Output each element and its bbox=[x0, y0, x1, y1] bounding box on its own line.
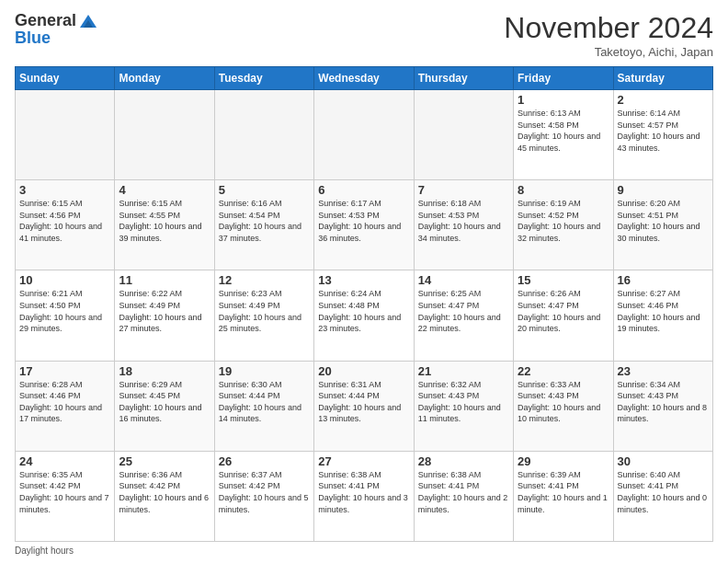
header: General Blue November 2024 Taketoyo, Aic… bbox=[15, 11, 713, 59]
logo-blue-text: Blue bbox=[15, 29, 51, 48]
calendar-cell: 30Sunrise: 6:40 AM Sunset: 4:41 PM Dayli… bbox=[613, 451, 712, 541]
day-info: Sunrise: 6:36 AM Sunset: 4:42 PM Dayligh… bbox=[119, 469, 210, 515]
calendar-cell: 5Sunrise: 6:16 AM Sunset: 4:54 PM Daylig… bbox=[214, 180, 313, 270]
day-info: Sunrise: 6:40 AM Sunset: 4:41 PM Dayligh… bbox=[618, 469, 709, 515]
day-info: Sunrise: 6:30 AM Sunset: 4:44 PM Dayligh… bbox=[219, 379, 310, 425]
calendar-cell: 20Sunrise: 6:31 AM Sunset: 4:44 PM Dayli… bbox=[314, 361, 414, 451]
calendar-cell: 19Sunrise: 6:30 AM Sunset: 4:44 PM Dayli… bbox=[214, 361, 313, 451]
day-info: Sunrise: 6:38 AM Sunset: 4:41 PM Dayligh… bbox=[318, 469, 409, 515]
day-number: 25 bbox=[119, 454, 210, 468]
day-number: 1 bbox=[518, 93, 609, 107]
day-info: Sunrise: 6:14 AM Sunset: 4:57 PM Dayligh… bbox=[618, 108, 709, 154]
day-info: Sunrise: 6:25 AM Sunset: 4:47 PM Dayligh… bbox=[418, 288, 509, 334]
day-number: 15 bbox=[518, 273, 609, 287]
day-number: 12 bbox=[219, 273, 310, 287]
col-tuesday: Tuesday bbox=[214, 67, 313, 90]
day-number: 22 bbox=[518, 364, 609, 378]
calendar-cell: 4Sunrise: 6:15 AM Sunset: 4:55 PM Daylig… bbox=[115, 180, 214, 270]
col-saturday: Saturday bbox=[613, 67, 712, 90]
day-info: Sunrise: 6:28 AM Sunset: 4:46 PM Dayligh… bbox=[19, 379, 110, 425]
day-number: 4 bbox=[119, 183, 210, 197]
calendar-cell: 17Sunrise: 6:28 AM Sunset: 4:46 PM Dayli… bbox=[16, 361, 115, 451]
logo-general-text: General bbox=[15, 12, 76, 30]
col-monday: Monday bbox=[115, 67, 214, 90]
day-number: 27 bbox=[318, 454, 409, 468]
day-info: Sunrise: 6:18 AM Sunset: 4:53 PM Dayligh… bbox=[418, 198, 509, 244]
day-number: 30 bbox=[618, 454, 709, 468]
day-number: 21 bbox=[418, 364, 509, 378]
footer: Daylight hours bbox=[15, 546, 713, 556]
calendar-cell: 27Sunrise: 6:38 AM Sunset: 4:41 PM Dayli… bbox=[314, 451, 414, 541]
day-info: Sunrise: 6:24 AM Sunset: 4:48 PM Dayligh… bbox=[318, 288, 409, 334]
calendar-cell: 8Sunrise: 6:19 AM Sunset: 4:52 PM Daylig… bbox=[514, 180, 613, 270]
day-info: Sunrise: 6:37 AM Sunset: 4:42 PM Dayligh… bbox=[219, 469, 310, 515]
col-thursday: Thursday bbox=[414, 67, 513, 90]
calendar-cell: 26Sunrise: 6:37 AM Sunset: 4:42 PM Dayli… bbox=[214, 451, 313, 541]
logo: General Blue bbox=[15, 11, 98, 48]
calendar-cell: 15Sunrise: 6:26 AM Sunset: 4:47 PM Dayli… bbox=[514, 270, 613, 361]
day-number: 9 bbox=[618, 183, 709, 197]
calendar-cell bbox=[314, 90, 414, 180]
day-number: 19 bbox=[219, 364, 310, 378]
day-number: 5 bbox=[219, 183, 310, 197]
calendar-cell bbox=[115, 90, 214, 180]
calendar-cell: 11Sunrise: 6:22 AM Sunset: 4:49 PM Dayli… bbox=[115, 270, 214, 361]
calendar-table: Sunday Monday Tuesday Wednesday Thursday… bbox=[15, 66, 713, 542]
day-number: 6 bbox=[318, 183, 409, 197]
calendar-cell: 6Sunrise: 6:17 AM Sunset: 4:53 PM Daylig… bbox=[314, 180, 414, 270]
calendar-header-row: Sunday Monday Tuesday Wednesday Thursday… bbox=[16, 67, 713, 90]
calendar-cell bbox=[16, 90, 115, 180]
day-info: Sunrise: 6:38 AM Sunset: 4:41 PM Dayligh… bbox=[418, 469, 509, 515]
location: Taketoyo, Aichi, Japan bbox=[504, 45, 713, 59]
day-number: 13 bbox=[318, 273, 409, 287]
day-number: 7 bbox=[418, 183, 509, 197]
day-info: Sunrise: 6:15 AM Sunset: 4:55 PM Dayligh… bbox=[119, 198, 210, 244]
calendar-cell: 23Sunrise: 6:34 AM Sunset: 4:43 PM Dayli… bbox=[613, 361, 712, 451]
calendar-cell: 18Sunrise: 6:29 AM Sunset: 4:45 PM Dayli… bbox=[115, 361, 214, 451]
calendar-cell: 1Sunrise: 6:13 AM Sunset: 4:58 PM Daylig… bbox=[514, 90, 613, 180]
day-number: 3 bbox=[19, 183, 110, 197]
calendar-cell: 25Sunrise: 6:36 AM Sunset: 4:42 PM Dayli… bbox=[115, 451, 214, 541]
col-friday: Friday bbox=[514, 67, 613, 90]
calendar-cell: 12Sunrise: 6:23 AM Sunset: 4:49 PM Dayli… bbox=[214, 270, 313, 361]
calendar-week-4: 17Sunrise: 6:28 AM Sunset: 4:46 PM Dayli… bbox=[16, 361, 713, 451]
calendar-cell bbox=[214, 90, 313, 180]
page: General Blue November 2024 Taketoyo, Aic… bbox=[0, 0, 728, 563]
day-number: 8 bbox=[518, 183, 609, 197]
calendar-cell: 21Sunrise: 6:32 AM Sunset: 4:43 PM Dayli… bbox=[414, 361, 513, 451]
day-number: 14 bbox=[418, 273, 509, 287]
day-info: Sunrise: 6:32 AM Sunset: 4:43 PM Dayligh… bbox=[418, 379, 509, 425]
calendar-cell: 28Sunrise: 6:38 AM Sunset: 4:41 PM Dayli… bbox=[414, 451, 513, 541]
calendar-week-1: 1Sunrise: 6:13 AM Sunset: 4:58 PM Daylig… bbox=[16, 90, 713, 180]
calendar-cell: 10Sunrise: 6:21 AM Sunset: 4:50 PM Dayli… bbox=[16, 270, 115, 361]
calendar-cell: 22Sunrise: 6:33 AM Sunset: 4:43 PM Dayli… bbox=[514, 361, 613, 451]
calendar-cell: 9Sunrise: 6:20 AM Sunset: 4:51 PM Daylig… bbox=[613, 180, 712, 270]
calendar-cell: 7Sunrise: 6:18 AM Sunset: 4:53 PM Daylig… bbox=[414, 180, 513, 270]
day-info: Sunrise: 6:17 AM Sunset: 4:53 PM Dayligh… bbox=[318, 198, 409, 244]
day-number: 11 bbox=[119, 273, 210, 287]
day-info: Sunrise: 6:23 AM Sunset: 4:49 PM Dayligh… bbox=[219, 288, 310, 334]
col-sunday: Sunday bbox=[16, 67, 115, 90]
day-info: Sunrise: 6:21 AM Sunset: 4:50 PM Dayligh… bbox=[19, 288, 110, 334]
calendar-week-2: 3Sunrise: 6:15 AM Sunset: 4:56 PM Daylig… bbox=[16, 180, 713, 270]
day-info: Sunrise: 6:16 AM Sunset: 4:54 PM Dayligh… bbox=[219, 198, 310, 244]
day-info: Sunrise: 6:29 AM Sunset: 4:45 PM Dayligh… bbox=[119, 379, 210, 425]
day-info: Sunrise: 6:34 AM Sunset: 4:43 PM Dayligh… bbox=[618, 379, 709, 425]
day-number: 26 bbox=[219, 454, 310, 468]
day-info: Sunrise: 6:33 AM Sunset: 4:43 PM Dayligh… bbox=[518, 379, 609, 425]
day-info: Sunrise: 6:31 AM Sunset: 4:44 PM Dayligh… bbox=[318, 379, 409, 425]
day-info: Sunrise: 6:19 AM Sunset: 4:52 PM Dayligh… bbox=[518, 198, 609, 244]
calendar-cell: 13Sunrise: 6:24 AM Sunset: 4:48 PM Dayli… bbox=[314, 270, 414, 361]
calendar-cell: 3Sunrise: 6:15 AM Sunset: 4:56 PM Daylig… bbox=[16, 180, 115, 270]
day-number: 18 bbox=[119, 364, 210, 378]
calendar-cell: 24Sunrise: 6:35 AM Sunset: 4:42 PM Dayli… bbox=[16, 451, 115, 541]
day-number: 17 bbox=[19, 364, 110, 378]
day-info: Sunrise: 6:27 AM Sunset: 4:46 PM Dayligh… bbox=[618, 288, 709, 334]
day-number: 28 bbox=[418, 454, 509, 468]
day-info: Sunrise: 6:22 AM Sunset: 4:49 PM Dayligh… bbox=[119, 288, 210, 334]
calendar-week-3: 10Sunrise: 6:21 AM Sunset: 4:50 PM Dayli… bbox=[16, 270, 713, 361]
calendar-cell bbox=[414, 90, 513, 180]
day-number: 16 bbox=[618, 273, 709, 287]
day-number: 29 bbox=[518, 454, 609, 468]
day-info: Sunrise: 6:13 AM Sunset: 4:58 PM Dayligh… bbox=[518, 108, 609, 154]
